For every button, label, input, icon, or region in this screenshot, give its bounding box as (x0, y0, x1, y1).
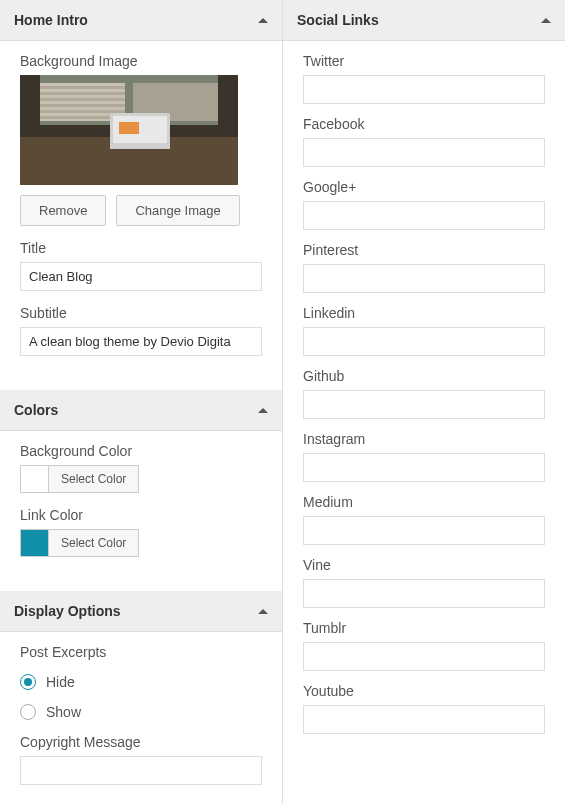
instagram-label: Instagram (303, 431, 545, 447)
bg-image-preview[interactable] (20, 75, 238, 185)
copyright-label: Copyright Message (20, 734, 262, 750)
colors-title: Colors (14, 402, 58, 418)
bg-color-select-button[interactable]: Select Color (48, 465, 139, 493)
title-input[interactable] (20, 262, 262, 291)
show-label: Show (46, 704, 81, 720)
post-excerpts-label: Post Excerpts (20, 644, 262, 660)
change-image-button[interactable]: Change Image (116, 195, 239, 226)
chevron-up-icon (258, 18, 268, 23)
link-color-select-button[interactable]: Select Color (48, 529, 139, 557)
github-input[interactable] (303, 390, 545, 419)
subtitle-label: Subtitle (20, 305, 262, 321)
colors-header[interactable]: Colors (0, 390, 282, 431)
home-intro-header[interactable]: Home Intro (0, 0, 282, 41)
bg-color-swatch (20, 465, 48, 493)
linkedin-label: Linkedin (303, 305, 545, 321)
bg-color-label: Background Color (20, 443, 262, 459)
home-intro-body: Background Image Remove Change Image Tit… (0, 41, 282, 390)
hide-radio[interactable] (20, 674, 36, 690)
remove-image-button[interactable]: Remove (20, 195, 106, 226)
medium-label: Medium (303, 494, 545, 510)
home-intro-title: Home Intro (14, 12, 88, 28)
colors-body: Background Color Select Color Link Color… (0, 431, 282, 591)
twitter-label: Twitter (303, 53, 545, 69)
hide-label: Hide (46, 674, 75, 690)
display-options-header[interactable]: Display Options (0, 591, 282, 632)
pinterest-label: Pinterest (303, 242, 545, 258)
subtitle-input[interactable] (20, 327, 262, 356)
display-options-title: Display Options (14, 603, 121, 619)
vine-input[interactable] (303, 579, 545, 608)
link-color-label: Link Color (20, 507, 262, 523)
chevron-up-icon (541, 18, 551, 23)
social-links-title: Social Links (297, 12, 379, 28)
facebook-label: Facebook (303, 116, 545, 132)
link-color-swatch (20, 529, 48, 557)
github-label: Github (303, 368, 545, 384)
twitter-input[interactable] (303, 75, 545, 104)
tumblr-input[interactable] (303, 642, 545, 671)
show-radio[interactable] (20, 704, 36, 720)
display-options-body: Post Excerpts Hide Show Copyright Messag… (0, 632, 282, 804)
copyright-input[interactable] (20, 756, 262, 785)
instagram-input[interactable] (303, 453, 545, 482)
bg-image-label: Background Image (20, 53, 262, 69)
pinterest-input[interactable] (303, 264, 545, 293)
linkedin-input[interactable] (303, 327, 545, 356)
google-input[interactable] (303, 201, 545, 230)
chevron-up-icon (258, 408, 268, 413)
vine-label: Vine (303, 557, 545, 573)
youtube-input[interactable] (303, 705, 545, 734)
youtube-label: Youtube (303, 683, 545, 699)
chevron-up-icon (258, 609, 268, 614)
facebook-input[interactable] (303, 138, 545, 167)
social-links-header[interactable]: Social Links (283, 0, 565, 41)
medium-input[interactable] (303, 516, 545, 545)
title-label: Title (20, 240, 262, 256)
tumblr-label: Tumblr (303, 620, 545, 636)
google-label: Google+ (303, 179, 545, 195)
social-links-body: Twitter Facebook Google+ Pinterest Linke… (283, 41, 565, 766)
